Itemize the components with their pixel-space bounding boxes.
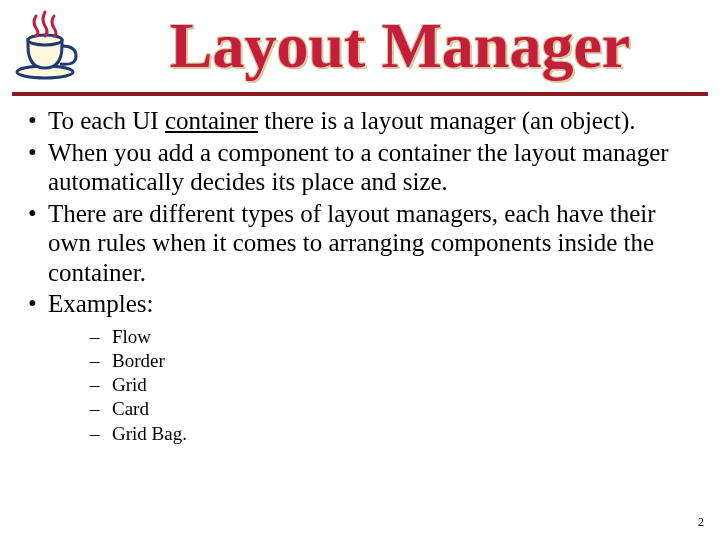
list-item: Border (112, 349, 700, 373)
list-item: There are different types of layout mana… (48, 199, 700, 288)
slide-header: Layout Manager (0, 0, 720, 86)
bullet-text: When you add a component to a container … (48, 139, 669, 196)
page-title: Layout Manager (170, 14, 630, 78)
list-item: Flow (112, 325, 700, 349)
bullet-text: To each UI (48, 107, 165, 134)
slide: Layout Manager To each UI container ther… (0, 0, 720, 540)
list-item: Grid Bag. (112, 422, 700, 446)
bullet-text: There are different types of layout mana… (48, 200, 656, 286)
slide-body: To each UI container there is a layout m… (0, 96, 720, 446)
examples-label: Examples: (48, 290, 154, 317)
coffee-cup-icon (10, 6, 90, 86)
bullet-underline: container (165, 107, 258, 134)
examples-list: Flow Border Grid Card Grid Bag. (48, 325, 700, 447)
list-item: To each UI container there is a layout m… (48, 106, 700, 136)
title-area: Layout Manager (90, 14, 710, 78)
list-item: When you add a component to a container … (48, 138, 700, 197)
bullet-text: there is a layout manager (an object). (258, 107, 636, 134)
list-item: Examples: Flow Border Grid Card Grid Bag… (48, 289, 700, 446)
page-number: 2 (698, 515, 704, 530)
examples-section: Examples: Flow Border Grid Card Grid Bag… (20, 289, 700, 446)
list-item: Card (112, 397, 700, 421)
list-item: Grid (112, 373, 700, 397)
bullet-list: To each UI container there is a layout m… (20, 106, 700, 287)
